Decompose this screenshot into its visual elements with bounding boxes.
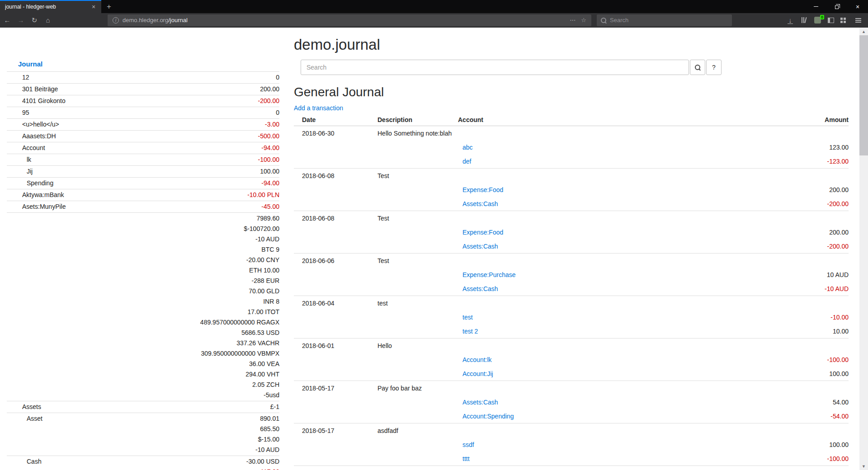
balance-amount: -45.00 <box>123 202 279 212</box>
url-domain: demo.hledger.org <box>123 17 168 24</box>
sidebar-account-link[interactable]: Asets:MunyPile <box>22 203 66 210</box>
posting-account-cell: Account:Jij <box>458 367 711 381</box>
new-tab-button[interactable]: + <box>101 0 117 13</box>
transaction-row[interactable]: 2018-06-08Test <box>294 169 849 183</box>
posting-account-link[interactable]: Assets:Cash <box>462 285 498 292</box>
transaction-row[interactable]: 2018-06-01Hello <box>294 338 849 353</box>
account-balance-cell: -30.00 USD-117.00 <box>123 456 279 470</box>
posting-account-link[interactable]: Assets:Cash <box>462 200 498 207</box>
posting-account-link[interactable]: ssdf <box>462 441 474 448</box>
balance-amount: $-15.00 <box>123 434 279 445</box>
posting-row: ssdf100.00 <box>294 437 849 451</box>
posting-row: def-123.00 <box>294 154 849 169</box>
browser-search-bar[interactable] <box>597 14 732 26</box>
sidebar-account-link[interactable]: Asset <box>27 415 42 422</box>
transaction-row[interactable]: 2018-06-08Test <box>294 211 849 226</box>
posting-account-link[interactable]: Expense:Food <box>462 229 503 236</box>
account-name-cell: 95 <box>7 107 123 119</box>
posting-account-link[interactable]: def <box>462 158 471 165</box>
posting-account-link[interactable]: test <box>462 314 473 321</box>
posting-account-link[interactable]: Account:Spending <box>462 413 514 420</box>
url-text[interactable]: demo.hledger.org/journal <box>123 17 570 24</box>
sidebar-account-row: Asset890.01685.50$-15.00-10 AUD <box>7 413 279 456</box>
page-scrollbar[interactable]: ▲ ▼ <box>859 28 868 470</box>
tab-close-icon[interactable]: × <box>90 3 98 10</box>
forward-button[interactable]: → <box>15 14 27 26</box>
sidebar-account-link[interactable]: Aaasets:DH <box>22 132 56 140</box>
balance-amount: $-100720.00 <box>123 224 279 234</box>
extension-button[interactable]: 0 <box>811 14 823 26</box>
reload-button[interactable]: ↻ <box>28 14 40 26</box>
menu-button[interactable] <box>852 14 864 26</box>
sidebar-account-link[interactable]: Aktywa:mBank <box>22 191 64 198</box>
sidebar-account-link[interactable]: Assets <box>22 403 41 410</box>
balance-amount: 7989.60 <box>123 213 279 224</box>
apps-grid-button[interactable] <box>839 14 850 26</box>
sidebar-toggle-button[interactable] <box>825 14 837 26</box>
add-transaction-link[interactable]: Add a transaction <box>294 104 343 112</box>
posting-account-link[interactable]: abc <box>462 144 473 151</box>
transaction-row[interactable]: 2018-06-04test <box>294 296 849 310</box>
sidebar-account-link[interactable]: 12 <box>22 74 29 81</box>
minimize-icon <box>814 6 818 7</box>
browser-search-input[interactable] <box>610 17 728 24</box>
account-name-cell: Asets:MunyPile <box>7 201 123 213</box>
sidebar-account-link[interactable]: 95 <box>22 109 29 116</box>
url-bar[interactable]: i demo.hledger.org/journal ⋯ ☆ <box>108 14 591 26</box>
site-info-icon[interactable]: i <box>113 17 119 24</box>
balance-amount: INR 8 <box>123 296 279 307</box>
transaction-row[interactable]: 2018-06-06Test <box>294 254 849 268</box>
account-balance-cell: 100.00 <box>123 166 279 178</box>
posting-account-link[interactable]: Expense:Food <box>462 186 503 193</box>
search-help-button[interactable]: ? <box>706 60 722 75</box>
browser-toolbar: ← → ↻ ⌂ i demo.hledger.org/journal ⋯ ☆ ↓… <box>0 13 868 28</box>
transaction-date: 2018-05-17 <box>294 423 377 438</box>
posting-account-link[interactable]: Assets:Cash <box>462 399 498 406</box>
close-button[interactable]: × <box>847 0 868 13</box>
browser-tab[interactable]: journal - hledger-web × <box>0 0 101 13</box>
posting-account-link[interactable]: test 2 <box>462 328 478 335</box>
posting-account-link[interactable]: Assets:Cash <box>462 243 498 250</box>
posting-amount: -54.00 <box>711 409 849 423</box>
download-icon: ↓ <box>788 16 792 24</box>
page-actions-icon[interactable]: ⋯ <box>570 17 576 24</box>
balance-amount: 0 <box>123 72 279 83</box>
posting-amount: -200.00 <box>711 239 849 254</box>
sidebar-account-link[interactable]: Account <box>22 144 45 151</box>
posting-account-link[interactable]: Account:lk <box>462 356 492 363</box>
search-button[interactable] <box>690 60 705 75</box>
transaction-date: 2018-05-17 <box>294 381 377 395</box>
posting-account-cell: Account:lk <box>458 352 711 367</box>
sidebar-account-link[interactable]: Cash <box>27 458 42 465</box>
transaction-row[interactable]: 2018-05-17asdfadf <box>294 423 849 438</box>
bookmark-star-icon[interactable]: ☆ <box>581 17 586 24</box>
transaction-description: Hello <box>377 338 458 353</box>
library-button[interactable] <box>798 14 810 26</box>
sidebar-account-link[interactable]: Jij <box>27 168 33 175</box>
scrollbar-thumb[interactable] <box>859 35 868 155</box>
account-balance-cell: -94.00 <box>123 178 279 189</box>
download-button[interactable]: ↓ <box>784 14 796 26</box>
transaction-row[interactable]: 2018-06-30Hello Something note:blah <box>294 126 849 141</box>
search-input[interactable] <box>301 60 689 75</box>
back-button[interactable]: ← <box>1 14 13 26</box>
scroll-down-button[interactable]: ▼ <box>859 462 868 470</box>
posting-account-link[interactable]: Account:Jij <box>462 370 493 377</box>
sidebar-journal-link[interactable]: Journal <box>18 60 42 68</box>
sidebar-account-link[interactable]: <u>hello</u> <box>22 121 59 128</box>
transaction-row[interactable]: 2018-05-17Pay foo bar baz <box>294 381 849 395</box>
sidebar-account-link[interactable]: 4101 Girokonto <box>22 97 66 104</box>
sidebar-account-link[interactable]: lk <box>27 156 31 163</box>
transaction-row[interactable]: 2018-05-17Test <box>294 466 849 470</box>
restore-button[interactable] <box>826 0 847 13</box>
scroll-up-button[interactable]: ▲ <box>859 28 868 35</box>
sidebar-account-link[interactable]: Spending <box>27 179 53 187</box>
posting-amount: 100.00 <box>711 367 849 381</box>
posting-account-link[interactable]: Expense:Purchase <box>462 271 516 278</box>
posting-account-cell: Account:Spending <box>458 409 711 423</box>
home-button[interactable]: ⌂ <box>42 14 54 26</box>
posting-account-link[interactable]: tttt <box>462 455 470 462</box>
minimize-button[interactable] <box>806 0 826 13</box>
balance-amount: 489.957000000000 RGAGX <box>123 317 279 328</box>
sidebar-account-link[interactable]: 301 Beiträge <box>22 85 58 93</box>
